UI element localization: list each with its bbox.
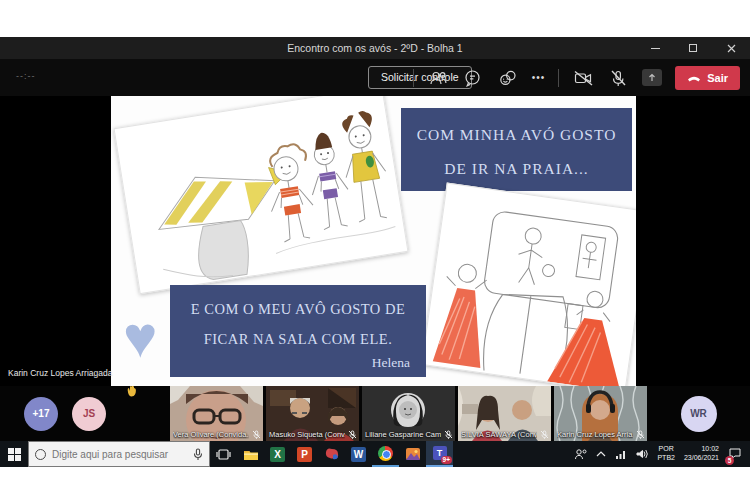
quote-bottom-line2: FICAR NA SALA COM ELE. (170, 324, 426, 354)
clock-date: 23/06/2021 (684, 454, 719, 463)
clock-time: 10:02 (684, 445, 719, 454)
chrome-icon (378, 446, 393, 461)
teams-notification-badge: 9+ (441, 456, 452, 464)
window-titlebar: Encontro com os avós - 2ºD - Bolha 1 (0, 37, 750, 59)
screenshot-root: Encontro com os avós - 2ºD - Bolha 1 --:… (0, 0, 750, 500)
paint3d-button[interactable] (318, 441, 345, 467)
file-explorer-button[interactable] (237, 441, 264, 467)
window-title: Encontro com os avós - 2ºD - Bolha 1 (287, 42, 462, 54)
volume-icon[interactable] (636, 449, 648, 459)
leave-button[interactable]: Sair (675, 66, 740, 90)
photo-avatar[interactable] (120, 395, 158, 433)
teams-button[interactable]: T 9+ (426, 441, 453, 467)
avatar-wr[interactable]: WR (681, 396, 717, 432)
raised-hand-icon (126, 386, 138, 399)
quote-box-bottom: E COM O MEU AVÔ GOSTO DE FICAR NA SALA C… (170, 285, 426, 377)
language-indicator[interactable]: POR PTB2 (657, 445, 675, 463)
language-line1: POR (657, 445, 675, 454)
close-button[interactable] (720, 38, 742, 58)
people-tray-icon[interactable] (574, 448, 587, 460)
chrome-button[interactable] (372, 441, 399, 467)
maximize-icon (689, 44, 697, 52)
action-center-badge: 5 (725, 456, 734, 465)
heart-decoration: ♥ (123, 308, 157, 366)
file-explorer-icon (243, 448, 259, 461)
muted-mic-icon (444, 430, 453, 439)
powerpoint-letter: P (301, 449, 308, 460)
network-icon[interactable] (615, 449, 627, 459)
task-view-icon (216, 447, 231, 462)
task-view-button[interactable] (210, 441, 237, 467)
windows-logo-icon (8, 448, 21, 461)
hangup-icon (687, 74, 701, 82)
minimize-icon (651, 48, 660, 49)
windows-taskbar: X P W (0, 441, 750, 467)
muted-mic-icon (348, 430, 357, 439)
video-tile-karin[interactable]: Karin Cruz Lopes Arria... (554, 386, 647, 441)
media-app-button[interactable] (399, 441, 426, 467)
quote-top-line1: COM MINHA AVÓ GOSTO (401, 118, 632, 152)
mic-off-button[interactable] (607, 68, 629, 88)
mic-off-icon (609, 69, 627, 87)
video-tiles: Vera Olivare (Convida... (170, 386, 647, 441)
drawing-beach-card (114, 96, 409, 294)
teams-meeting-window: Encontro com os avós - 2ºD - Bolha 1 --:… (0, 37, 750, 467)
media-app-icon (405, 447, 421, 461)
paint3d-icon (324, 447, 340, 461)
start-button[interactable] (0, 441, 28, 467)
video-tile-silvia[interactable]: SILVIA SAWAYA (Convi... (458, 386, 551, 441)
search-input[interactable] (52, 449, 187, 460)
quote-signature: Helena (170, 355, 426, 371)
tile-name-label: Vera Olivare (Convida... (173, 430, 249, 439)
word-letter: W (354, 449, 363, 460)
shared-content-stage: ♥ ♥ ♥ ♥ ♥ ♥ (0, 96, 750, 386)
clock[interactable]: 10:02 23/06/2021 (684, 445, 719, 463)
search-mic-icon (193, 448, 203, 461)
overflow-count: +17 (33, 408, 50, 419)
presentation-slide: ♥ ♥ ♥ ♥ ♥ ♥ (111, 96, 636, 386)
tile-name-label: SILVIA SAWAYA (Convi... (461, 430, 537, 439)
show-hidden-icons-chevron[interactable] (596, 451, 606, 457)
overflow-participants-avatar[interactable]: +17 (24, 397, 58, 431)
toolbar-divider (413, 69, 414, 87)
video-tile-masuko[interactable]: Masuko Siqueta (Conv... (266, 386, 359, 441)
cortana-icon (35, 449, 46, 460)
muted-mic-icon (540, 430, 549, 439)
chat-icon (463, 69, 482, 87)
quote-bottom-line1: E COM O MEU AVÔ GOSTO DE (170, 294, 426, 324)
avatar-wr-initials: WR (690, 408, 707, 419)
reactions-button[interactable] (497, 68, 519, 88)
muted-mic-icon (636, 430, 645, 439)
avatar-js[interactable]: JS (72, 397, 106, 431)
video-tile-liliane[interactable]: Liliane Gasparine Cam... (362, 386, 455, 441)
excel-button[interactable]: X (264, 441, 291, 467)
system-tray: POR PTB2 10:02 23/06/2021 5 (574, 445, 750, 463)
camera-off-icon (573, 69, 594, 87)
video-tile-vera[interactable]: Vera Olivare (Convida... (170, 386, 263, 441)
drawing-livingroom-card (421, 183, 636, 386)
powerpoint-button[interactable]: P (291, 441, 318, 467)
close-icon (727, 44, 736, 53)
more-options-button[interactable]: ••• (532, 72, 546, 83)
quote-top-line2: DE IR NA PRAIA... (401, 152, 632, 186)
participants-icon (428, 69, 448, 87)
chat-button[interactable] (462, 68, 484, 88)
tile-name-label: Masuko Siqueta (Conv... (269, 430, 345, 439)
excel-icon: X (270, 447, 285, 462)
taskbar-search[interactable] (28, 441, 210, 467)
maximize-button[interactable] (682, 38, 704, 58)
participants-button[interactable] (427, 68, 449, 88)
leave-label: Sair (707, 72, 728, 84)
minimize-button[interactable] (644, 38, 666, 58)
reactions-icon (498, 69, 518, 87)
word-button[interactable]: W (345, 441, 372, 467)
avatar-js-initials: JS (83, 408, 95, 419)
powerpoint-icon: P (297, 447, 312, 462)
camera-off-button[interactable] (572, 68, 594, 88)
action-center-button[interactable]: 5 (728, 445, 742, 463)
drawing-livingroom-sketch (422, 184, 636, 386)
share-screen-button[interactable] (642, 69, 662, 86)
excel-letter: X (274, 449, 281, 460)
muted-mic-icon (252, 430, 261, 439)
meeting-toolbar: --:-- Solicitar controle (0, 59, 750, 96)
